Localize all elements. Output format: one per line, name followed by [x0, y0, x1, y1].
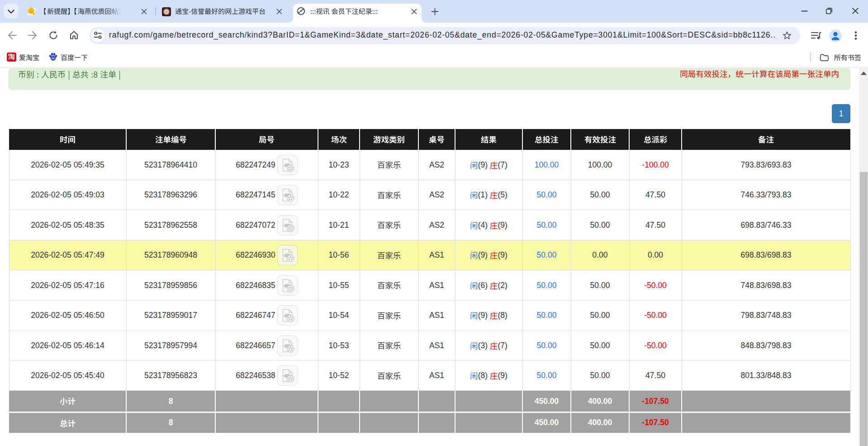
svg-text:du: du: [51, 57, 55, 60]
